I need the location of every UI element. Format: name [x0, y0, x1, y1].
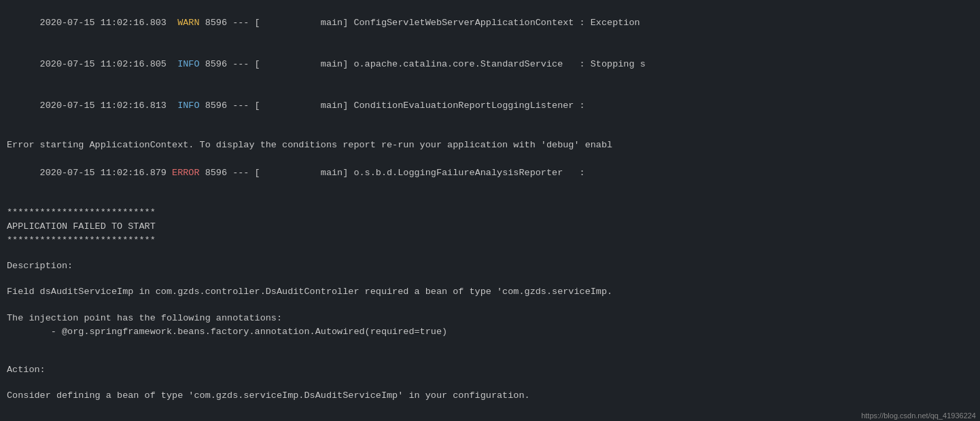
spacer-8 [7, 377, 973, 389]
spacer-5 [7, 299, 973, 312]
log-line-action: Action: [7, 363, 973, 377]
log-line-description: Description: [7, 259, 973, 273]
log-line-5: Error starting ApplicationContext. To di… [7, 139, 973, 152]
spacer-3 [7, 247, 973, 259]
watermark: https://blog.csdn.net/qq_41936224 [861, 411, 976, 420]
terminal-window: 2020-07-15 11:02:16.803 WARN 8596 --- [ … [0, 0, 980, 421]
log-output: 2020-07-15 11:02:16.803 WARN 8596 --- [ … [7, 3, 973, 403]
log-line-consider: Consider defining a bean of type 'com.gz… [7, 389, 973, 403]
log-line-app-failed: APPLICATION FAILED TO START [7, 220, 973, 234]
log-line-3: 2020-07-15 11:02:16.813 INFO 8596 --- [ … [7, 86, 973, 127]
spacer-4 [7, 273, 973, 285]
log-line-2: 2020-07-15 11:02:16.805 INFO 8596 --- [ … [7, 44, 973, 86]
spacer-1 [7, 126, 973, 139]
log-line-autowired: - @org.springframework.beans.factory.ann… [7, 325, 973, 339]
log-line-injection: The injection point has the following an… [7, 312, 973, 325]
log-line-1: 2020-07-15 11:02:16.803 WARN 8596 --- [ … [7, 3, 973, 44]
log-line-6: 2020-07-15 11:02:16.879 ERROR 8596 --- [… [7, 153, 973, 194]
log-line-stars-1: *************************** [7, 206, 973, 219]
log-line-stars-2: *************************** [7, 234, 973, 247]
spacer-7 [7, 351, 973, 363]
spacer-2 [7, 194, 973, 206]
spacer-6 [7, 339, 973, 351]
log-line-field-error: Field dsAuditServiceImp in com.gzds.cont… [7, 285, 973, 299]
